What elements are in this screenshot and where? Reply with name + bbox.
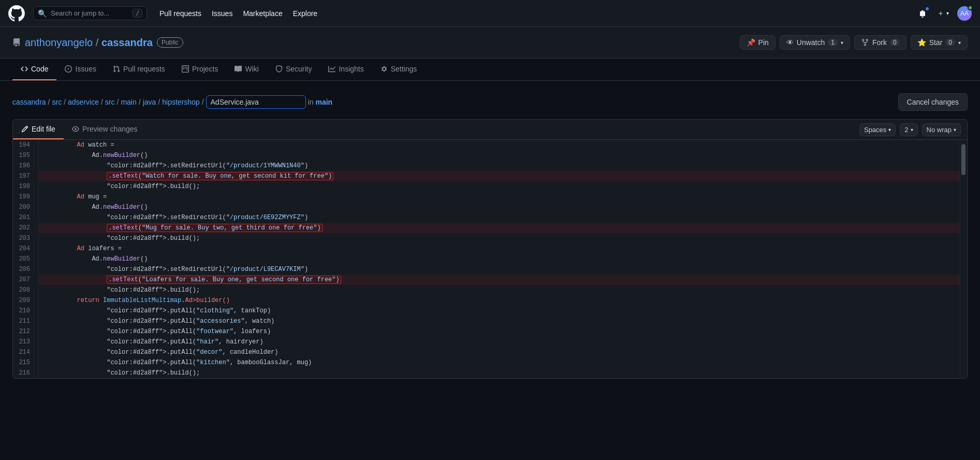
code-line[interactable]: 197 .setText("Watch for sale. Buy one, g… xyxy=(13,171,960,181)
repo-owner-link[interactable]: anthonyangelo xyxy=(25,37,93,48)
plus-icon: ＋ xyxy=(937,9,944,18)
code-line[interactable]: 194 Ad watch = xyxy=(13,140,960,150)
pin-label: Pin xyxy=(758,38,769,47)
repo-name-link[interactable]: cassandra xyxy=(101,37,153,48)
nav-pull-requests[interactable]: Pull requests xyxy=(155,6,206,21)
code-line[interactable]: 214 "color:#d2a8ff">.putAll("decor", can… xyxy=(13,347,960,357)
tab-projects-label: Projects xyxy=(192,65,218,73)
tab-insights[interactable]: Insights xyxy=(320,59,372,80)
tab-edit-file[interactable]: Edit file xyxy=(13,120,64,139)
code-line[interactable]: 204 Ad loafers = xyxy=(13,243,960,254)
code-line[interactable]: 196 "color:#d2a8ff">.setRedirectUrl("/pr… xyxy=(13,161,960,171)
line-content: "color:#d2a8ff">.build(); xyxy=(39,233,960,243)
line-content: "color:#d2a8ff">.build(); xyxy=(39,285,960,295)
github-logo-icon[interactable] xyxy=(8,5,25,22)
editor-container: Edit file Preview changes Spaces ▾ 2 ▾ N… xyxy=(12,119,968,379)
code-line[interactable]: 213 "color:#d2a8ff">.putAll("hair", hair… xyxy=(13,337,960,347)
fork-button[interactable]: Fork 0 xyxy=(854,35,906,50)
code-line[interactable]: 200 Ad.newBuilder() xyxy=(13,202,960,212)
unwatch-button[interactable]: 👁 Unwatch 1 ▾ xyxy=(780,35,850,50)
scrollbar-thumb[interactable] xyxy=(961,144,966,175)
code-line[interactable]: 206 "color:#d2a8ff">.setRedirectUrl("/pr… xyxy=(13,264,960,275)
tab-code[interactable]: Code xyxy=(12,59,56,80)
line-content: .setText("Mug for sale. Buy two, get thi… xyxy=(39,223,960,233)
tab-settings[interactable]: Settings xyxy=(372,59,426,80)
tab-preview-changes[interactable]: Preview changes xyxy=(64,120,146,139)
editor-toolbar: Edit file Preview changes Spaces ▾ 2 ▾ N… xyxy=(13,120,967,140)
line-content: "color:#d2a8ff">.putAll("hair", hairdrye… xyxy=(39,337,960,347)
line-content: "color:#d2a8ff">.putAll("clothing", tank… xyxy=(39,306,960,316)
code-line[interactable]: 205 Ad.newBuilder() xyxy=(13,254,960,264)
tab-security[interactable]: Security xyxy=(267,59,320,80)
search-box[interactable]: 🔍 Search or jump to... / xyxy=(33,6,147,20)
star-button[interactable]: ⭐ Star 0 ▾ xyxy=(911,35,968,50)
tab-settings-label: Settings xyxy=(391,65,417,73)
indent-size-selector[interactable]: 2 ▾ xyxy=(900,123,917,136)
code-line[interactable]: 202 .setText("Mug for sale. Buy two, get… xyxy=(13,223,960,233)
nav-explore[interactable]: Explore xyxy=(289,6,321,21)
code-line[interactable]: 211 "color:#d2a8ff">.putAll("accessories… xyxy=(13,316,960,326)
line-content: "color:#d2a8ff">.putAll("accessories", w… xyxy=(39,316,960,326)
cancel-changes-button[interactable]: Cancel changes xyxy=(898,93,968,111)
repo-owner-name: anthonyangelo / cassandra xyxy=(25,37,153,49)
line-number: 194 xyxy=(13,140,39,150)
projects-icon xyxy=(182,65,189,73)
repo-icon xyxy=(12,38,21,47)
issues-icon xyxy=(65,65,72,73)
code-line[interactable]: 198 "color:#d2a8ff">.build(); xyxy=(13,181,960,192)
tab-edit-label: Edit file xyxy=(32,125,55,133)
line-content: Ad.newBuilder() xyxy=(39,202,960,212)
code-line[interactable]: 203 "color:#d2a8ff">.build(); xyxy=(13,233,960,243)
code-line[interactable]: 201 "color:#d2a8ff">.setRedirectUrl("/pr… xyxy=(13,212,960,223)
line-number: 200 xyxy=(13,202,39,212)
code-line[interactable]: 199 Ad mug = xyxy=(13,192,960,202)
breadcrumb-row: cassandra / src / adservice / src / main… xyxy=(12,93,968,111)
spaces-selector[interactable]: Spaces ▾ xyxy=(859,123,896,136)
breadcrumb-repo[interactable]: cassandra xyxy=(12,98,46,106)
wiki-icon xyxy=(235,65,242,73)
nav-marketplace[interactable]: Marketplace xyxy=(239,6,286,21)
breadcrumb-src[interactable]: src xyxy=(52,98,62,106)
spaces-label: Spaces xyxy=(864,126,886,134)
add-button[interactable]: ＋ ▾ xyxy=(935,7,951,20)
code-line[interactable]: 208 "color:#d2a8ff">.build(); xyxy=(13,285,960,295)
line-content: Ad mug = xyxy=(39,192,960,202)
add-chevron: ▾ xyxy=(946,10,949,16)
avatar[interactable]: AA xyxy=(957,6,972,21)
line-number: 209 xyxy=(13,295,39,306)
pin-button[interactable]: 📌 Pin xyxy=(740,35,776,50)
code-lines-area[interactable]: 194 Ad watch =195 Ad.newBuilder()196 "co… xyxy=(13,140,960,378)
code-line[interactable]: 195 Ad.newBuilder() xyxy=(13,150,960,161)
code-line[interactable]: 209 return ImmutableListMultimap.Ad>buil… xyxy=(13,295,960,306)
line-number: 214 xyxy=(13,347,39,357)
code-line[interactable]: 216 "color:#d2a8ff">.build(); xyxy=(13,368,960,378)
code-area[interactable]: 194 Ad watch =195 Ad.newBuilder()196 "co… xyxy=(13,140,960,378)
fork-label: Fork xyxy=(872,38,887,47)
filename-input[interactable] xyxy=(206,95,306,109)
search-kbd: / xyxy=(133,9,142,18)
tab-preview-label: Preview changes xyxy=(82,125,138,133)
nav-issues[interactable]: Issues xyxy=(208,6,237,21)
line-content: Ad.newBuilder() xyxy=(39,254,960,264)
breadcrumb-adservice[interactable]: adservice xyxy=(68,98,99,106)
line-content: "color:#d2a8ff">.setRedirectUrl("/produc… xyxy=(39,264,960,275)
tab-wiki[interactable]: Wiki xyxy=(226,59,267,80)
tab-issues[interactable]: Issues xyxy=(56,59,104,80)
scrollbar[interactable] xyxy=(960,140,967,378)
tab-pull-requests[interactable]: Pull requests xyxy=(105,59,173,80)
wrap-selector[interactable]: No wrap ▾ xyxy=(922,123,961,136)
breadcrumb-src2[interactable]: src xyxy=(105,98,115,106)
top-nav-links: Pull requests Issues Marketplace Explore xyxy=(155,6,908,21)
code-line[interactable]: 210 "color:#d2a8ff">.putAll("clothing", … xyxy=(13,306,960,316)
breadcrumb-hipstershop[interactable]: hipstershop xyxy=(162,98,199,106)
tab-projects[interactable]: Projects xyxy=(173,59,227,80)
code-line[interactable]: 207 .setText("Loafers for sale. Buy one,… xyxy=(13,275,960,285)
code-line[interactable]: 212 "color:#d2a8ff">.putAll("footwear", … xyxy=(13,326,960,337)
star-icon: ⭐ xyxy=(917,38,926,47)
breadcrumb-java[interactable]: java xyxy=(143,98,156,106)
breadcrumb-main[interactable]: main xyxy=(121,98,136,106)
breadcrumb-branch: main xyxy=(315,98,332,106)
editor-toolbar-right: Spaces ▾ 2 ▾ No wrap ▾ xyxy=(859,123,967,136)
code-line[interactable]: 215 "color:#d2a8ff">.putAll("kitchen", b… xyxy=(13,357,960,368)
repo-title: anthonyangelo / cassandra Public xyxy=(12,37,183,49)
